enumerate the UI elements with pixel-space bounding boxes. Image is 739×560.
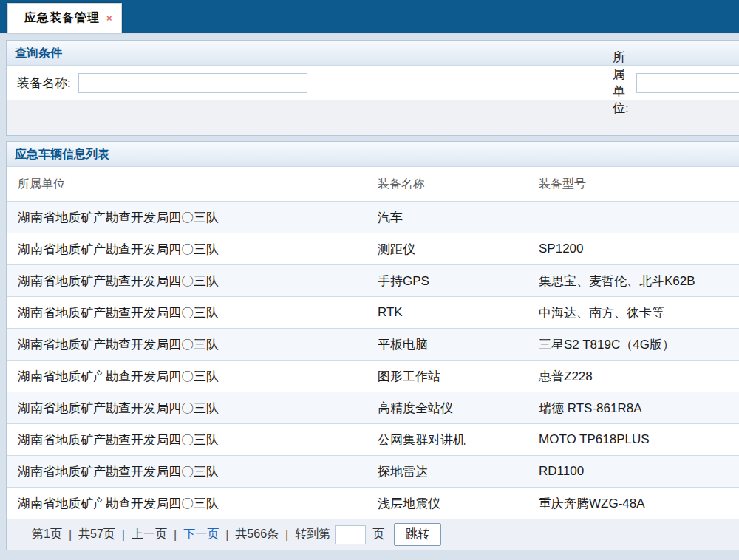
jump-button[interactable]: 跳转 (394, 523, 441, 546)
cell-equipment-name: 图形工作站 (367, 368, 528, 385)
cell-equipment-model: RD1100 (528, 464, 739, 479)
query-panel: 查询条件 装备名称: 所属单位: (6, 40, 739, 136)
table-body: 湖南省地质矿产勘查开发局四〇三队 汽车 湖南省地质矿产勘查开发局四〇三队 测距仪… (7, 201, 739, 519)
current-page-label: 第1页 (32, 527, 62, 542)
table-row: 湖南省地质矿产勘查开发局四〇三队 汽车 (7, 201, 739, 233)
cell-equipment-name: 汽车 (367, 209, 528, 226)
table-row: 湖南省地质矿产勘查开发局四〇三队 手持GPS 集思宝、麦哲伦、北斗K62B (7, 264, 739, 296)
goto-suffix-label: 页 (372, 527, 384, 542)
cell-unit: 湖南省地质矿产勘查开发局四〇三队 (7, 209, 367, 226)
table-row: 湖南省地质矿产勘查开发局四〇三队 图形工作站 惠普Z228 (7, 360, 739, 392)
owning-unit-input[interactable] (636, 73, 739, 93)
cell-unit: 湖南省地质矿产勘查开发局四〇三队 (7, 463, 367, 480)
owning-unit-field: 所属单位: (613, 49, 739, 117)
cell-equipment-model: MOTO TP618PLUS (528, 432, 739, 447)
cell-unit: 湖南省地质矿产勘查开发局四〇三队 (7, 495, 367, 512)
prev-page-button[interactable]: 上一页 (132, 527, 167, 542)
cell-equipment-name: 探地雷达 (367, 463, 528, 480)
cell-equipment-name: 高精度全站仪 (367, 400, 528, 417)
equipment-name-input[interactable] (78, 73, 307, 93)
table-row: 湖南省地质矿产勘查开发局四〇三队 RTK 中海达、南方、徕卡等 (7, 296, 739, 328)
column-header-equipment-model: 装备型号 (528, 177, 739, 192)
equipment-name-field: 装备名称: (7, 73, 307, 93)
table-row: 湖南省地质矿产勘查开发局四〇三队 高精度全站仪 瑞德 RTS-861R8A (7, 392, 739, 423)
cell-equipment-name: 平板电脑 (367, 336, 528, 353)
query-fields-row: 装备名称: 所属单位: (7, 66, 739, 100)
cell-equipment-model: 瑞德 RTS-861R8A (528, 400, 739, 417)
table-row: 湖南省地质矿产勘查开发局四〇三队 浅层地震仪 重庆奔腾WZG-48A (7, 487, 739, 519)
total-pages-label: 共57页 (78, 527, 115, 542)
table-row: 湖南省地质矿产勘查开发局四〇三队 平板电脑 三星S2 T819C（4G版） (7, 328, 739, 360)
close-icon[interactable]: × (106, 13, 112, 23)
page-jump-input[interactable] (335, 525, 366, 544)
goto-prefix-label: 转到第 (295, 527, 330, 542)
column-header-equipment-name: 装备名称 (367, 177, 528, 192)
cell-unit: 湖南省地质矿产勘查开发局四〇三队 (7, 304, 367, 321)
cell-unit: 湖南省地质矿产勘查开发局四〇三队 (7, 241, 367, 258)
separator: | (174, 528, 177, 542)
cell-unit: 湖南省地质矿产勘查开发局四〇三队 (7, 336, 367, 353)
cell-equipment-model: 惠普Z228 (528, 368, 739, 385)
cell-equipment-model: SP1200 (528, 242, 739, 256)
owning-unit-label: 所属单位: (613, 49, 629, 117)
cell-equipment-model: 中海达、南方、徕卡等 (528, 304, 739, 321)
next-page-link[interactable]: 下一页 (183, 527, 219, 542)
separator: | (225, 528, 228, 542)
separator: | (122, 528, 125, 542)
tab-emergency-equipment[interactable]: 应急装备管理 × (7, 3, 122, 33)
tab-title: 应急装备管理 (24, 10, 100, 26)
list-panel: 应急车辆信息列表 所属单位 装备名称 装备型号 湖南省地质矿产勘查开发局四〇三队… (6, 141, 739, 550)
cell-unit: 湖南省地质矿产勘查开发局四〇三队 (7, 273, 367, 290)
cell-equipment-name: RTK (367, 305, 528, 320)
cell-equipment-name: 手持GPS (367, 273, 528, 290)
table-header-row: 所属单位 装备名称 装备型号 (7, 167, 739, 201)
separator: | (69, 528, 72, 542)
cell-unit: 湖南省地质矿产勘查开发局四〇三队 (7, 400, 367, 417)
separator: | (285, 528, 288, 542)
cell-equipment-model: 重庆奔腾WZG-48A (528, 495, 739, 512)
total-records-label: 共566条 (235, 527, 279, 542)
cell-unit: 湖南省地质矿产勘查开发局四〇三队 (7, 368, 367, 385)
tab-bar: 应急装备管理 × (0, 0, 739, 34)
pagination-bar: 第1页 | 共57页 | 上一页 | 下一页 | 共566条 | 转到第 页 跳… (7, 519, 739, 550)
cell-unit: 湖南省地质矿产勘查开发局四〇三队 (7, 431, 367, 448)
cell-equipment-model: 集思宝、麦哲伦、北斗K62B (528, 273, 739, 290)
cell-equipment-name: 测距仪 (367, 241, 528, 258)
column-header-unit: 所属单位 (7, 177, 367, 192)
cell-equipment-name: 浅层地震仪 (367, 495, 528, 512)
table-row: 湖南省地质矿产勘查开发局四〇三队 公网集群对讲机 MOTO TP618PLUS (7, 423, 739, 455)
cell-equipment-model: 三星S2 T819C（4G版） (528, 336, 739, 353)
table-row: 湖南省地质矿产勘查开发局四〇三队 测距仪 SP1200 (7, 233, 739, 264)
cell-equipment-name: 公网集群对讲机 (367, 431, 528, 448)
equipment-name-label: 装备名称: (17, 75, 71, 92)
list-panel-title: 应急车辆信息列表 (7, 142, 739, 167)
table-row: 湖南省地质矿产勘查开发局四〇三队 探地雷达 RD1100 (7, 455, 739, 487)
